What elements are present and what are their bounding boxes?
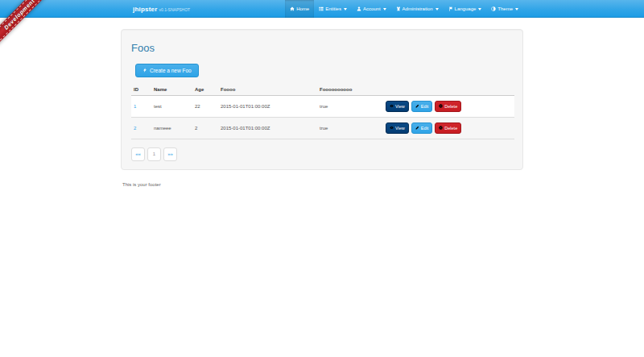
cell-foooooooooo: true [317,95,383,117]
col-header-actions [383,84,514,96]
table-row: 1 test 22 2015-01-01T01:00:00Z true View [131,95,514,117]
col-header-foooo[interactable]: Foooo [218,84,317,96]
nav-item-entities[interactable]: Entities [314,0,352,18]
eye-icon [390,104,394,108]
brand-version: v0.1-SNAPSHOT [159,7,191,12]
pencil-icon [415,126,419,130]
nav-item-language[interactable]: Language [444,0,487,18]
navbar: jhipster v0.1-SNAPSHOT Home Entities [0,0,644,18]
row-id-link[interactable]: 1 [134,104,136,109]
pagination: «« 1 »» [131,147,513,161]
edit-button[interactable]: Edit [411,122,432,134]
nav-item-label: Account [363,6,381,11]
remove-circle-icon [439,126,443,130]
chevron-down-icon [478,8,481,10]
table-row: 2 nameee 2 2015-01-01T01:00:00Z true Vie… [131,117,514,139]
brand-name: jhipster [133,6,158,13]
chevron-down-icon [383,8,386,10]
chevron-down-icon [515,8,518,10]
nav-item-account[interactable]: Account [352,0,391,18]
cell-foooo: 2015-01-01T01:00:00Z [218,95,317,117]
edit-button[interactable]: Edit [411,101,432,112]
home-icon [290,6,295,11]
col-header-age[interactable]: Age [192,84,218,96]
table-header-row: ID Name Age Foooo Foooooooooo [131,84,514,96]
chevron-down-icon [436,8,439,10]
nav-item-label: Language [455,6,477,11]
cell-foooooooooo: true [317,117,383,139]
create-new-foo-button[interactable]: Create a new Foo [135,64,199,77]
pagination-last-button[interactable]: »» [163,147,177,161]
pagination-page-1[interactable]: 1 [147,147,161,161]
nav-item-label: Theme [497,6,513,11]
content-panel: Foos Create a new Foo ID Name Age Foooo … [121,29,523,170]
row-id-link[interactable]: 2 [134,126,136,131]
nav-item-label: Administration [402,6,433,11]
cell-age: 2 [192,117,218,139]
adjust-icon [491,6,496,11]
pencil-icon [415,104,419,108]
nav-item-home[interactable]: Home [285,0,314,18]
chevron-down-icon [344,8,347,10]
cell-name: nameee [151,117,192,139]
flag-icon [448,6,453,11]
foo-table: ID Name Age Foooo Foooooooooo 1 test 22 … [131,84,514,139]
view-button[interactable]: View [386,101,409,112]
eye-icon [390,126,394,130]
tower-icon [396,6,401,11]
nav-item-theme[interactable]: Theme [486,0,523,18]
cell-age: 22 [192,95,218,117]
col-header-name[interactable]: Name [151,84,192,96]
brand[interactable]: jhipster v0.1-SNAPSHOT [121,6,190,13]
cell-name: test [151,95,192,117]
footer-text: This is your footer [121,182,523,187]
user-icon [357,6,361,11]
nav-item-administration[interactable]: Administration [391,0,444,18]
nav-item-label: Entities [325,6,341,11]
nav-menu: Home Entities Account Adminis [285,0,523,18]
th-list-icon [319,6,324,11]
delete-button[interactable]: Delete [435,122,461,134]
remove-circle-icon [439,104,443,108]
nav-item-label: Home [296,6,309,11]
delete-button[interactable]: Delete [435,101,461,112]
view-button[interactable]: View [386,122,409,134]
col-header-id[interactable]: ID [131,84,151,96]
flash-icon [142,68,147,73]
page-title: Foos [131,42,513,54]
pagination-first-button[interactable]: «« [131,147,145,161]
cell-foooo: 2015-01-01T01:00:00Z [218,117,317,139]
col-header-foooooooooo[interactable]: Foooooooooo [317,84,383,96]
create-new-foo-label: Create a new Foo [150,68,192,73]
